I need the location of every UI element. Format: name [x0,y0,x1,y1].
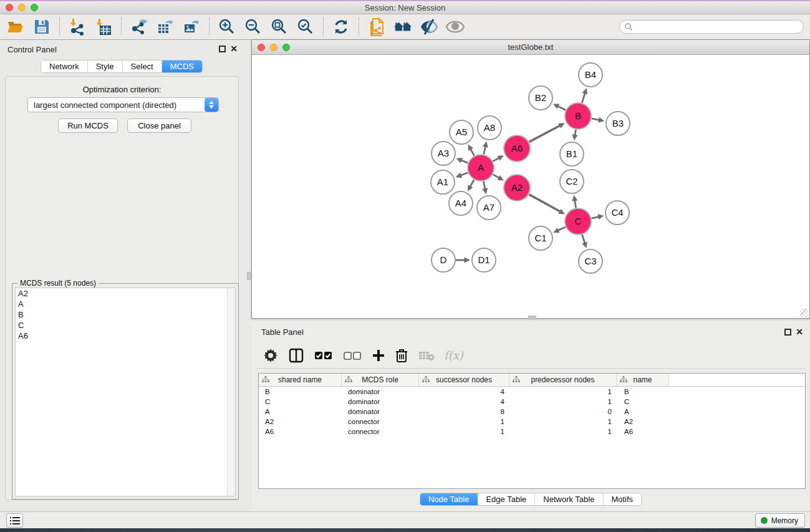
export-image-icon[interactable] [182,17,201,36]
table-cell[interactable]: connector [342,417,419,427]
import-table-icon[interactable] [94,17,113,36]
graph-node-B[interactable]: B [565,103,591,129]
table-cell[interactable]: dominator [342,407,419,417]
network-from-selection-icon[interactable] [367,17,386,36]
graph-node-B4[interactable]: B4 [579,63,602,87]
horizontal-split-divider-grip[interactable] [528,316,536,319]
close-panel-button[interactable]: Close panel [127,118,191,133]
zoom-fit-icon[interactable] [270,17,289,36]
graph-edge-A-A5[interactable] [470,148,474,156]
table-cell[interactable]: B [617,387,669,397]
table-cell[interactable]: 1 [509,387,617,397]
graph-node-C[interactable]: C [565,208,591,235]
table-cell[interactable]: A [259,407,342,417]
mcds-result-item[interactable]: A2 [16,288,235,299]
graph-node-A3[interactable]: A3 [432,142,455,165]
graph-node-B2[interactable]: B2 [529,86,552,110]
column-header-MCDS-role[interactable]: MCDS role [342,374,419,386]
zoom-out-icon[interactable] [244,17,263,36]
graph-edge-B-B4[interactable] [582,92,585,103]
show-hide-graphics-details-icon[interactable] [420,17,438,36]
table-row[interactable]: Bdominator41B [259,387,805,397]
table-row[interactable]: Cdominator41C [259,397,805,407]
delete-table-icon[interactable] [418,350,435,361]
window-resize-grip[interactable] [800,309,809,317]
graph-node-C2[interactable]: C2 [560,170,584,193]
table-cell[interactable]: 0 [509,407,617,417]
mcds-result-item[interactable]: C [16,320,235,331]
zoom-in-icon[interactable] [218,17,236,36]
graph-node-C3[interactable]: C3 [579,249,602,273]
tab-mcds[interactable]: MCDS [162,60,202,72]
table-cell[interactable]: dominator [342,387,419,397]
refresh-icon[interactable] [332,17,350,36]
table-cell[interactable]: C [617,397,669,407]
table-cell[interactable]: C [259,397,342,407]
tab-node-table[interactable]: Node Table [420,493,478,505]
graph-edge-A6-B[interactable] [529,125,561,142]
search-box[interactable] [619,20,804,34]
graph-edge-A-A7[interactable] [483,181,485,190]
column-header-name[interactable]: name [617,374,669,386]
table-cell[interactable]: A [617,407,669,417]
zoom-selected-icon[interactable] [296,17,315,36]
birds-eye-view-icon[interactable] [446,17,465,36]
search-input[interactable] [633,21,803,32]
add-row-icon[interactable] [372,349,385,362]
column-header-predecessor-nodes[interactable]: predecessor nodes [509,374,617,386]
table-cell[interactable]: 1 [509,427,617,437]
graph-edge-A-A4[interactable] [470,180,474,187]
result-scrollbar[interactable] [227,288,235,496]
graph-node-A8[interactable]: A8 [478,116,501,140]
export-table-icon[interactable] [156,17,175,36]
graph-node-D[interactable]: D [432,248,455,272]
select-all-icon[interactable] [315,351,332,360]
tab-edge-table[interactable]: Edge Table [478,493,535,505]
float-table-panel-icon[interactable] [784,329,791,336]
import-network-icon[interactable] [68,17,87,36]
graph-node-A[interactable]: A [468,155,494,181]
task-history-button[interactable] [6,513,23,528]
column-header-shared-name[interactable]: shared name [259,374,342,386]
table-cell[interactable]: A2 [259,417,342,427]
tab-style[interactable]: Style [88,60,123,72]
graph-node-C4[interactable]: C4 [605,201,629,225]
close-table-panel-icon[interactable]: ✕ [796,327,803,337]
network-canvas[interactable]: B4B2BB3A8A5A6A3B1AC2A1A2A4A7C4CC1DD1C3 [252,55,809,318]
mcds-result-item[interactable]: A [16,299,235,309]
table-cell[interactable]: B [259,387,342,397]
graph-node-A4[interactable]: A4 [449,191,473,215]
tab-motifs[interactable]: Motifs [603,493,641,505]
graph-node-A1[interactable]: A1 [431,170,455,194]
network-window-titlebar[interactable]: testGlobe.txt [252,40,809,55]
graph-node-B3[interactable]: B3 [606,112,630,135]
delete-row-icon[interactable] [396,349,407,362]
mcds-result-list[interactable]: A2ABCA6 [15,288,236,496]
table-row[interactable]: A2connector11A2 [259,417,805,427]
table-cell[interactable]: 4 [419,397,509,407]
table-cell[interactable]: 1 [509,397,617,407]
table-cell[interactable]: A6 [617,427,669,437]
table-cell[interactable]: 1 [509,417,617,427]
table-cell[interactable]: 8 [419,407,509,417]
tab-select[interactable]: Select [123,60,162,72]
table-settings-icon[interactable] [264,349,277,362]
graph-edge-B-B2[interactable] [557,106,566,110]
table-row[interactable]: A6connector11A6 [259,427,805,437]
export-network-icon[interactable] [130,17,148,36]
table-cell[interactable]: 4 [419,387,509,397]
graph-node-A7[interactable]: A7 [477,196,501,220]
float-panel-icon[interactable] [219,46,226,52]
tab-network[interactable]: Network [41,60,88,72]
node-table[interactable]: shared nameMCDS rolesuccessor nodesprede… [258,373,806,489]
close-panel-icon[interactable]: ✕ [230,44,238,54]
table-row[interactable]: Adominator80A [259,407,805,417]
table-cell[interactable]: A2 [617,417,669,427]
column-header-successor-nodes[interactable]: successor nodes [419,374,509,386]
graph-node-A6[interactable]: A6 [504,135,530,162]
graph-node-A5[interactable]: A5 [450,120,473,144]
table-cell[interactable]: 1 [419,427,509,437]
show-columns-icon[interactable] [289,348,304,363]
tab-network-table[interactable]: Network Table [535,493,603,505]
graph-edge-B-B3[interactable] [592,118,600,120]
